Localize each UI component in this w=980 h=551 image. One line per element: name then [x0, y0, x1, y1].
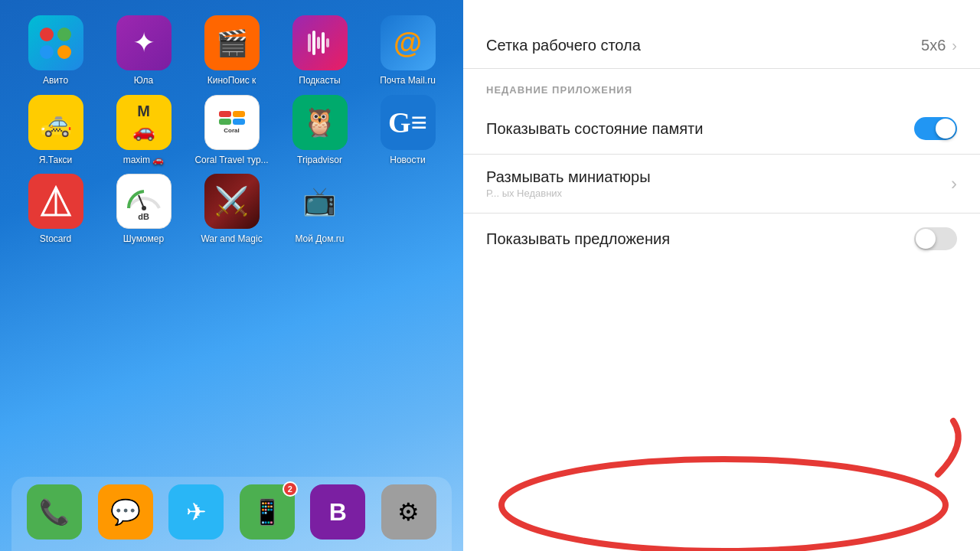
svg-rect-1 [312, 31, 315, 55]
settings-grid-row[interactable]: Сетка рабочего стола 5х6 › [463, 23, 980, 69]
app-coral-label: Coral Travel тур... [194, 155, 268, 167]
dock-whatsapp[interactable]: 📱 2 [240, 484, 295, 540]
svg-rect-3 [322, 32, 325, 54]
settings-blur-content: Размывать миниатюры Р... ых Недавних [486, 168, 951, 199]
app-moidom-label: Мой Дом.ru [295, 233, 344, 246]
memory-toggle[interactable] [914, 117, 957, 140]
app-row-1: Авито ✦ Юла 🎬 КиноПоис к [11, 15, 452, 87]
app-maxim[interactable]: M 🚗 maxim 🚗 [106, 95, 182, 167]
dock-settings[interactable]: ⚙ [381, 484, 436, 540]
app-novosti-label: Новости [390, 155, 425, 167]
app-mailru-label: Почта Mail.ru [380, 75, 436, 87]
app-mailru[interactable]: @ Почта Mail.ru [370, 15, 446, 87]
app-shumomer-label: Шумомер [123, 233, 164, 246]
whatsapp-badge: 2 [283, 481, 298, 497]
suggestions-toggle[interactable] [914, 227, 957, 250]
dock: 📞 💬 ✈ 📱 2 B ⚙ [11, 477, 452, 551]
annotation-circle [463, 398, 980, 551]
svg-rect-2 [317, 37, 320, 49]
phone-screen: Авито ✦ Юла 🎬 КиноПоис к [0, 0, 463, 551]
app-stocard[interactable]: Stocard [18, 174, 94, 246]
app-moidom[interactable]: 📺 Мой Дом.ru [282, 174, 358, 246]
settings-suggestions-row[interactable]: Показывать предложения [463, 214, 980, 264]
app-shumomer[interactable]: dB Шумомер [106, 174, 182, 246]
settings-panel: Сетка рабочего стола 5х6 › НЕДАВНИЕ ПРИЛ… [463, 0, 980, 287]
svg-rect-4 [326, 38, 329, 47]
settings-suggestions-label: Показывать предложения [486, 230, 670, 248]
app-row-2: 🚕 Я.Такси M 🚗 maxim 🚗 [11, 95, 452, 167]
chevron-icon: › [952, 37, 957, 54]
settings-blur-row[interactable]: Размывать миниатюры Р... ых Недавних › [463, 155, 980, 214]
app-avito-label: Авито [43, 75, 68, 87]
app-yataxi-label: Я.Такси [39, 155, 73, 167]
recent-apps-section-header: НЕДАВНИЕ ПРИЛОЖЕНИЯ [463, 69, 980, 103]
memory-toggle-knob [936, 119, 956, 139]
svg-point-9 [501, 459, 946, 551]
settings-blur-label: Размывать миниатюры [486, 168, 951, 186]
dock-telegram[interactable]: ✈ [168, 484, 224, 540]
app-podcasts[interactable]: Подкасты [282, 15, 358, 87]
settings-memory-label: Показывать состояние памяти [486, 120, 703, 138]
dock-messages[interactable]: 💬 [98, 484, 153, 540]
dock-phone[interactable]: 📞 [27, 484, 82, 540]
app-novosti[interactable]: G≡ Новости [370, 95, 446, 167]
app-stocard-label: Stocard [40, 233, 71, 246]
app-row-3: Stocard dB Шумомер ⚔️ [11, 174, 452, 246]
settings-container: Сетка рабочего стола 5х6 › НЕДАВНИЕ ПРИЛ… [463, 0, 980, 551]
app-warandmagic-label: War and Magic [201, 233, 262, 246]
svg-rect-0 [308, 34, 311, 52]
settings-grid-label: Сетка рабочего стола [486, 37, 641, 54]
app-kinopoisk-label: КиноПоис к [207, 75, 256, 87]
app-kinopoisk[interactable]: 🎬 КиноПоис к [194, 15, 270, 87]
settings-grid-value-container: 5х6 › [921, 37, 957, 54]
app-tripadvisor[interactable]: 🦉 Tripadvisor [282, 95, 358, 167]
app-yula-label: Юла [134, 75, 153, 87]
app-avito[interactable]: Авито [18, 15, 94, 87]
app-yula[interactable]: ✦ Юла [106, 15, 182, 87]
suggestions-toggle-knob [916, 229, 936, 249]
dock-viber[interactable]: B [310, 484, 365, 540]
app-podcasts-label: Подкасты [299, 75, 340, 87]
blur-chevron-icon: › [951, 173, 957, 194]
settings-memory-row[interactable]: Показывать состояние памяти [463, 103, 980, 155]
app-tripadvisor-label: Tripadvisor [297, 155, 342, 167]
settings-blur-sub: Р... ых Недавних [486, 187, 951, 199]
app-grid: Авито ✦ Юла 🎬 КиноПоис к [11, 15, 452, 469]
app-maxim-label: maxim 🚗 [123, 155, 165, 167]
settings-grid-value: 5х6 [921, 37, 946, 54]
app-yataxi[interactable]: 🚕 Я.Такси [18, 95, 94, 167]
app-empty [370, 174, 446, 233]
app-coral[interactable]: Coral Coral Travel тур... [194, 95, 270, 167]
app-warandmagic[interactable]: ⚔️ War and Magic [194, 174, 270, 246]
